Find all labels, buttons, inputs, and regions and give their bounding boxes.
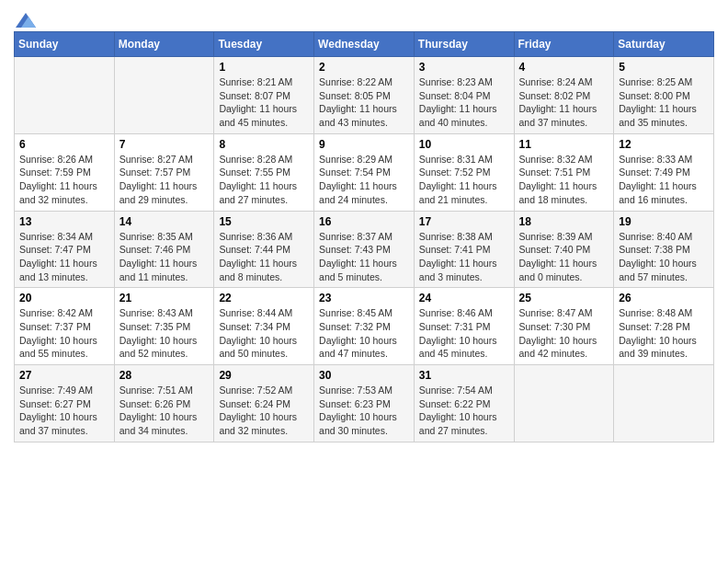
day-number: 23: [319, 292, 409, 304]
calendar-cell: 8Sunrise: 8:28 AMSunset: 7:55 PMDaylight…: [214, 133, 314, 211]
calendar-cell: 1Sunrise: 8:21 AMSunset: 8:07 PMDaylight…: [214, 57, 314, 134]
calendar-cell: 31Sunrise: 7:54 AMSunset: 6:22 PMDayligh…: [414, 365, 514, 442]
day-number: 31: [419, 369, 509, 382]
cell-content: Sunrise: 8:40 AMSunset: 7:38 PMDaylight:…: [619, 230, 709, 284]
day-number: 12: [619, 138, 709, 151]
cell-content: Sunrise: 8:48 AMSunset: 7:28 PMDaylight:…: [619, 306, 709, 361]
cell-content: Sunrise: 8:25 AMSunset: 8:00 PMDaylight:…: [619, 75, 709, 130]
day-number: 20: [19, 292, 109, 304]
logo: [14, 13, 36, 24]
day-number: 19: [619, 215, 709, 228]
cell-content: Sunrise: 8:33 AMSunset: 7:49 PMDaylight:…: [619, 153, 709, 207]
day-number: 13: [19, 215, 109, 228]
calendar-cell: 9Sunrise: 8:29 AMSunset: 7:54 PMDaylight…: [314, 133, 415, 211]
calendar-cell: 25Sunrise: 8:47 AMSunset: 7:30 PMDayligh…: [514, 288, 614, 365]
week-row-3: 13Sunrise: 8:34 AMSunset: 7:47 PMDayligh…: [15, 211, 714, 288]
calendar-cell: 15Sunrise: 8:36 AMSunset: 7:44 PMDayligh…: [214, 211, 314, 288]
day-number: 11: [519, 138, 609, 151]
day-number: 10: [419, 138, 509, 151]
cell-content: Sunrise: 8:45 AMSunset: 7:32 PMDaylight:…: [319, 306, 409, 361]
day-number: 27: [19, 369, 109, 382]
calendar-cell: [114, 57, 214, 134]
column-header-monday: Monday: [114, 32, 214, 57]
day-number: 1: [219, 61, 309, 74]
week-row-5: 27Sunrise: 7:49 AMSunset: 6:27 PMDayligh…: [15, 365, 714, 442]
calendar-cell: [15, 57, 115, 134]
column-header-saturday: Saturday: [614, 32, 714, 57]
day-number: 21: [119, 292, 210, 304]
column-header-tuesday: Tuesday: [214, 32, 314, 57]
day-number: 17: [419, 215, 509, 228]
cell-content: Sunrise: 8:27 AMSunset: 7:57 PMDaylight:…: [119, 153, 210, 207]
cell-content: Sunrise: 7:52 AMSunset: 6:24 PMDaylight:…: [219, 384, 309, 438]
day-number: 7: [119, 138, 210, 151]
cell-content: Sunrise: 8:32 AMSunset: 7:51 PMDaylight:…: [519, 153, 609, 207]
cell-content: Sunrise: 8:29 AMSunset: 7:54 PMDaylight:…: [319, 153, 409, 207]
day-number: 30: [319, 369, 409, 382]
calendar-cell: [514, 365, 614, 442]
day-number: 29: [219, 369, 309, 382]
cell-content: Sunrise: 8:37 AMSunset: 7:43 PMDaylight:…: [319, 230, 409, 284]
week-row-2: 6Sunrise: 8:26 AMSunset: 7:59 PMDaylight…: [15, 133, 714, 211]
calendar-cell: 10Sunrise: 8:31 AMSunset: 7:52 PMDayligh…: [414, 133, 514, 211]
cell-content: Sunrise: 8:36 AMSunset: 7:44 PMDaylight:…: [219, 230, 309, 284]
header: [14, 9, 714, 24]
logo-icon: [16, 13, 36, 28]
day-number: 22: [219, 292, 309, 304]
column-header-wednesday: Wednesday: [314, 32, 415, 57]
calendar-cell: 6Sunrise: 8:26 AMSunset: 7:59 PMDaylight…: [15, 133, 115, 211]
calendar-cell: 17Sunrise: 8:38 AMSunset: 7:41 PMDayligh…: [414, 211, 514, 288]
day-number: 25: [519, 292, 609, 304]
calendar-cell: 24Sunrise: 8:46 AMSunset: 7:31 PMDayligh…: [414, 288, 514, 365]
day-number: 14: [119, 215, 210, 228]
cell-content: Sunrise: 7:54 AMSunset: 6:22 PMDaylight:…: [419, 384, 509, 438]
cell-content: Sunrise: 8:43 AMSunset: 7:35 PMDaylight:…: [119, 306, 210, 361]
column-header-sunday: Sunday: [15, 32, 115, 57]
cell-content: Sunrise: 7:49 AMSunset: 6:27 PMDaylight:…: [19, 384, 109, 438]
cell-content: Sunrise: 8:44 AMSunset: 7:34 PMDaylight:…: [219, 306, 309, 361]
calendar-cell: 16Sunrise: 8:37 AMSunset: 7:43 PMDayligh…: [314, 211, 415, 288]
calendar-cell: 22Sunrise: 8:44 AMSunset: 7:34 PMDayligh…: [214, 288, 314, 365]
cell-content: Sunrise: 8:46 AMSunset: 7:31 PMDaylight:…: [419, 306, 509, 361]
day-number: 28: [119, 369, 210, 382]
calendar-cell: 27Sunrise: 7:49 AMSunset: 6:27 PMDayligh…: [15, 365, 115, 442]
cell-content: Sunrise: 7:53 AMSunset: 6:23 PMDaylight:…: [319, 384, 409, 438]
day-number: 6: [19, 138, 109, 151]
cell-content: Sunrise: 8:22 AMSunset: 8:05 PMDaylight:…: [319, 75, 409, 130]
calendar-cell: 20Sunrise: 8:42 AMSunset: 7:37 PMDayligh…: [15, 288, 115, 365]
cell-content: Sunrise: 8:26 AMSunset: 7:59 PMDaylight:…: [19, 153, 109, 207]
calendar-cell: 26Sunrise: 8:48 AMSunset: 7:28 PMDayligh…: [614, 288, 714, 365]
day-number: 3: [419, 61, 509, 74]
column-header-friday: Friday: [514, 32, 614, 57]
calendar-table: SundayMondayTuesdayWednesdayThursdayFrid…: [14, 31, 714, 442]
day-number: 4: [519, 61, 609, 74]
calendar-cell: 11Sunrise: 8:32 AMSunset: 7:51 PMDayligh…: [514, 133, 614, 211]
cell-content: Sunrise: 8:23 AMSunset: 8:04 PMDaylight:…: [419, 75, 509, 130]
calendar-header: SundayMondayTuesdayWednesdayThursdayFrid…: [15, 32, 714, 57]
day-number: 18: [519, 215, 609, 228]
cell-content: Sunrise: 8:42 AMSunset: 7:37 PMDaylight:…: [19, 306, 109, 361]
calendar-cell: 2Sunrise: 8:22 AMSunset: 8:05 PMDaylight…: [314, 57, 415, 134]
calendar-cell: 3Sunrise: 8:23 AMSunset: 8:04 PMDaylight…: [414, 57, 514, 134]
calendar-cell: 21Sunrise: 8:43 AMSunset: 7:35 PMDayligh…: [114, 288, 214, 365]
cell-content: Sunrise: 8:28 AMSunset: 7:55 PMDaylight:…: [219, 153, 309, 207]
calendar-cell: 5Sunrise: 8:25 AMSunset: 8:00 PMDaylight…: [614, 57, 714, 134]
day-number: 16: [319, 215, 409, 228]
calendar-body: 1Sunrise: 8:21 AMSunset: 8:07 PMDaylight…: [15, 57, 714, 442]
calendar-cell: 4Sunrise: 8:24 AMSunset: 8:02 PMDaylight…: [514, 57, 614, 134]
day-number: 5: [619, 61, 709, 74]
calendar-cell: 14Sunrise: 8:35 AMSunset: 7:46 PMDayligh…: [114, 211, 214, 288]
cell-content: Sunrise: 8:34 AMSunset: 7:47 PMDaylight:…: [19, 230, 109, 284]
header-row: SundayMondayTuesdayWednesdayThursdayFrid…: [15, 32, 714, 57]
day-number: 15: [219, 215, 309, 228]
calendar-cell: 18Sunrise: 8:39 AMSunset: 7:40 PMDayligh…: [514, 211, 614, 288]
day-number: 2: [319, 61, 409, 74]
calendar-cell: 23Sunrise: 8:45 AMSunset: 7:32 PMDayligh…: [314, 288, 415, 365]
cell-content: Sunrise: 8:31 AMSunset: 7:52 PMDaylight:…: [419, 153, 509, 207]
cell-content: Sunrise: 8:39 AMSunset: 7:40 PMDaylight:…: [519, 230, 609, 284]
day-number: 9: [319, 138, 409, 151]
calendar-cell: [614, 365, 714, 442]
cell-content: Sunrise: 8:38 AMSunset: 7:41 PMDaylight:…: [419, 230, 509, 284]
calendar-cell: 19Sunrise: 8:40 AMSunset: 7:38 PMDayligh…: [614, 211, 714, 288]
column-header-thursday: Thursday: [414, 32, 514, 57]
